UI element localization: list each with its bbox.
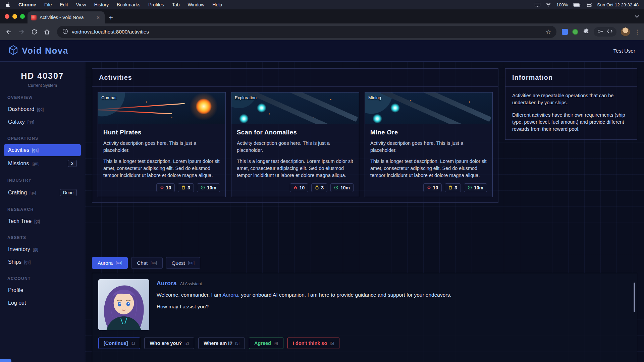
nav-label: Profile xyxy=(8,287,23,293)
battery-icon[interactable] xyxy=(573,3,581,7)
sidebar-item-inventory[interactable]: Inventory [gi] xyxy=(4,243,81,255)
sidebar-item-dashboard[interactable]: Dashboard [gd] xyxy=(4,103,81,115)
url-text[interactable]: voidnova.localhost:8000/activities xyxy=(72,29,542,35)
fuel-icon xyxy=(448,185,452,190)
reply-agreed-button[interactable]: Agreed [4] xyxy=(249,338,283,349)
tab-chat[interactable]: Chat [cc] xyxy=(131,257,162,269)
wifi-icon[interactable] xyxy=(546,3,551,7)
extension-icon-green[interactable] xyxy=(572,29,578,35)
extension-icon-blue[interactable] xyxy=(562,29,568,35)
extensions-puzzle-icon[interactable] xyxy=(583,28,589,36)
reply-who-are-you-button[interactable]: Who are you? [2] xyxy=(144,338,194,349)
chat-tabs: Aurora [ca] Chat [cc] Quest [cq] xyxy=(92,257,637,269)
apple-menu-icon[interactable] xyxy=(5,2,10,8)
sidebar-item-missions[interactable]: Missions [gm] 3 xyxy=(4,157,81,170)
information-panel-title: Information xyxy=(505,69,637,87)
sidebar-item-tech-tree[interactable]: Tech Tree [gt] xyxy=(4,215,81,227)
activity-description: Activity description goes here. This is … xyxy=(237,140,354,154)
activity-category: Exploration xyxy=(235,95,257,100)
nav-label: Dashboard xyxy=(8,106,34,112)
menu-tab[interactable]: Tab xyxy=(172,2,180,7)
shortcut-hint: [gs] xyxy=(24,260,31,264)
menu-profiles[interactable]: Profiles xyxy=(148,2,164,7)
browser-menu-icon[interactable]: ⋮ xyxy=(634,28,640,36)
sidebar-item-logout[interactable]: Log out xyxy=(4,297,81,309)
chat-speaker-role: AI Assistant xyxy=(180,282,202,286)
nav-label: Crafting xyxy=(8,190,27,196)
activities-panel-title: Activities xyxy=(92,69,498,87)
reply-label: Who are you? xyxy=(150,341,182,346)
sidebar-item-crafting[interactable]: Crafting [gc] Done xyxy=(4,186,81,199)
section-research: RESEARCH xyxy=(0,200,85,215)
sidebar-item-galaxy[interactable]: Galaxy [gg] xyxy=(4,116,81,128)
menu-bookmarks[interactable]: Bookmarks xyxy=(117,2,140,7)
main-content: Activities Combat Hunt Pirates Activity … xyxy=(85,62,644,362)
browser-tab-activities[interactable]: Activities - Void Nova ✕ xyxy=(28,11,105,23)
tab-close-icon[interactable]: ✕ xyxy=(95,14,101,21)
sidebar-item-activities[interactable]: Activities [ga] xyxy=(4,144,81,156)
nav-label: Activities xyxy=(8,147,29,153)
menu-view[interactable]: View xyxy=(76,2,86,7)
activity-card-mine-ore[interactable]: Mining Mine Ore Activity description goe… xyxy=(365,92,493,197)
fuel-icon xyxy=(315,185,319,190)
shortcut-hint: [gc] xyxy=(30,190,36,195)
nav-label: Ships xyxy=(8,259,21,265)
menu-history[interactable]: History xyxy=(94,2,109,7)
menu-help[interactable]: Help xyxy=(212,2,222,7)
menu-edit[interactable]: Edit xyxy=(60,2,68,7)
shortcut-hint: [3] xyxy=(235,341,239,345)
menu-window[interactable]: Window xyxy=(188,2,205,7)
home-button[interactable] xyxy=(42,27,52,37)
reply-label: I don't think so xyxy=(293,341,327,346)
back-button[interactable] xyxy=(4,27,13,37)
chat-scrollbar[interactable] xyxy=(634,283,635,312)
header-username[interactable]: Test User xyxy=(613,48,635,54)
duration-chip: 10m xyxy=(464,183,487,192)
menubar-clock[interactable]: Sun Oct 12 23:32:48 xyxy=(597,2,639,7)
display-icon[interactable] xyxy=(535,3,540,7)
activity-card-hunt-pirates[interactable]: Combat Hunt Pirates Activity description… xyxy=(98,92,226,197)
forward-button[interactable] xyxy=(17,27,26,37)
tab-aurora[interactable]: Aurora [ca] xyxy=(92,257,128,269)
sidebar-item-ships[interactable]: Ships [gs] xyxy=(4,256,81,268)
activity-title: Scan for Anomalies xyxy=(237,129,354,136)
reply-where-am-i-button[interactable]: Where am I? [3] xyxy=(198,338,245,349)
site-info-icon[interactable] xyxy=(62,28,68,36)
minimize-window-button[interactable] xyxy=(12,14,17,19)
tab-quest[interactable]: Quest [cq] xyxy=(166,257,200,269)
activity-description-long: This is a longer test description. Lorem… xyxy=(103,158,220,179)
tab-favicon xyxy=(31,15,37,20)
app-brand[interactable]: Void Nova xyxy=(22,46,68,56)
chat-speaker-name: Aurora xyxy=(157,280,177,287)
battery-label: 100% xyxy=(556,2,568,7)
power-icon xyxy=(427,186,431,190)
browser-profile-avatar[interactable] xyxy=(621,27,630,37)
menu-chrome[interactable]: Chrome xyxy=(18,2,36,7)
control-center-icon[interactable] xyxy=(587,3,592,7)
address-bar[interactable]: voidnova.localhost:8000/activities ☆ xyxy=(57,26,556,38)
reply-continue-button[interactable]: [Continue] [1] xyxy=(98,338,140,349)
close-window-button[interactable] xyxy=(5,14,9,19)
reply-label: [Continue] xyxy=(104,341,128,346)
sidebar-item-profile[interactable]: Profile xyxy=(4,284,81,296)
tab-search-icon[interactable] xyxy=(635,13,639,19)
voidnova-logo-icon xyxy=(9,45,18,56)
fullscreen-window-button[interactable] xyxy=(20,14,25,19)
activity-description: Activity description goes here. This is … xyxy=(370,140,487,154)
chat-message: Welcome, commander. I am Aurora, your on… xyxy=(157,291,631,299)
activity-image-exploration: Exploration xyxy=(231,93,359,124)
menu-file[interactable]: File xyxy=(44,2,52,7)
sidebar: HD 40307 Current System OVERVIEW Dashboa… xyxy=(0,62,85,362)
new-tab-button[interactable]: + xyxy=(109,14,113,21)
reload-button[interactable] xyxy=(30,27,39,37)
code-icon[interactable] xyxy=(607,29,613,35)
reply-disagree-button[interactable]: I don't think so [5] xyxy=(287,338,339,349)
shortcut-hint: [2] xyxy=(184,341,189,345)
activity-card-scan-anomalies[interactable]: Exploration Scan for Anomalies Activity … xyxy=(231,92,359,197)
information-paragraph: Different activities have their own requ… xyxy=(505,112,637,139)
password-key-icon[interactable] xyxy=(597,29,603,35)
section-overview: OVERVIEW xyxy=(0,88,85,103)
macos-menubar: Chrome File Edit View History Bookmarks … xyxy=(0,0,644,9)
clock-icon xyxy=(334,185,338,190)
bookmark-star-icon[interactable]: ☆ xyxy=(546,29,551,35)
